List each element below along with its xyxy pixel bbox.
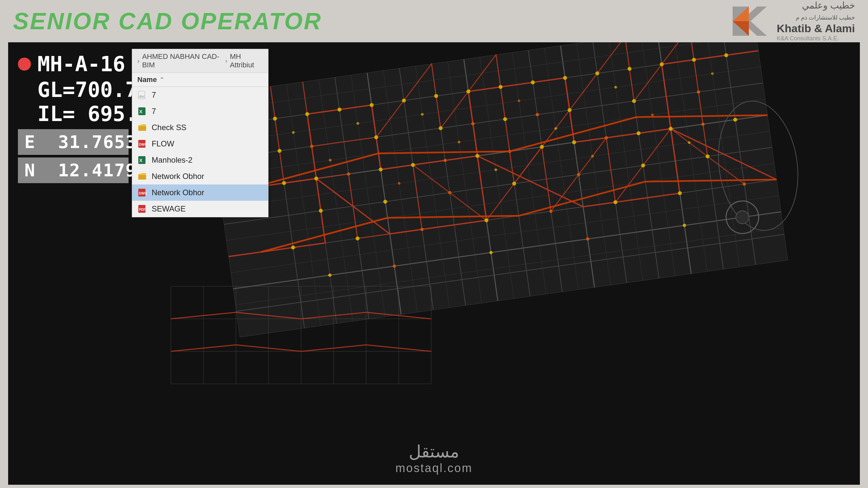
file-name: SEWAGE [152, 204, 186, 214]
svg-text:DWG: DWG [139, 192, 147, 195]
svg-rect-140 [138, 126, 146, 131]
watermark-arabic: مستقل [409, 442, 459, 461]
logo-subtitle: K&A Consultants S.A.E. [777, 35, 855, 42]
sort-chevron-icon: ⌃ [159, 76, 164, 83]
file-icon [137, 123, 147, 132]
file-item[interactable]: XManholes-2 [132, 152, 268, 168]
file-list: doc7X7Check SSDWGFLOWXManholes-2Network … [132, 87, 268, 217]
header: SENIOR CAD OPERATOR خطيب وعلمي خطيب للاس… [0, 0, 868, 42]
panel-sort-row[interactable]: Name ⌃ [132, 73, 268, 87]
manhole-dot [18, 58, 31, 71]
file-name: Network Obhor [152, 188, 204, 197]
file-icon: doc [137, 90, 147, 100]
page-title: SENIOR CAD OPERATOR [13, 8, 322, 34]
file-item[interactable]: Network Obhor [132, 168, 268, 185]
cad-main-area: MH-A-16 GL=700.72 IL= 695.29 E 31.7653 N… [8, 42, 860, 485]
svg-text:doc: doc [139, 94, 145, 98]
file-item[interactable]: doc7 [132, 87, 268, 103]
svg-rect-145 [138, 175, 146, 180]
file-name: Check SS [152, 123, 186, 132]
svg-text:X: X [139, 158, 143, 163]
file-item[interactable]: X7 [132, 103, 268, 120]
breadcrumb-part1[interactable]: AHMED NABHAN CAD-BIM [142, 53, 223, 69]
file-icon: PDF [137, 204, 147, 214]
file-name: Network Obhor [152, 172, 204, 181]
watermark-latin: mostaql.com [396, 461, 472, 475]
file-name: 7 [152, 91, 156, 100]
manhole-n-box: N 12.4179 [18, 158, 129, 183]
manhole-n-value: N 12.4179 [24, 160, 137, 181]
file-icon: X [137, 106, 147, 116]
file-item[interactable]: PDFSEWAGE [132, 201, 268, 217]
svg-text:DWG: DWG [139, 143, 147, 147]
svg-text:PDF: PDF [139, 208, 146, 212]
watermark: مستقل mostaql.com [396, 442, 472, 475]
file-name: FLOW [152, 139, 174, 148]
manhole-id: MH-A-16 [37, 52, 125, 76]
file-icon [137, 171, 147, 181]
file-item[interactable]: DWGNetwork Obhor [132, 185, 268, 201]
breadcrumb-chevron-icon: › [137, 57, 140, 65]
manhole-e-box: E 31.7653 [18, 129, 129, 155]
logo-text: خطيب وعلمي خطيب للاستشارات ذم م Khatib &… [777, 0, 855, 42]
file-explorer-panel: › AHMED NABHAN CAD-BIM › MH Attribiut Na… [132, 49, 269, 217]
sort-name-label[interactable]: Name [137, 75, 157, 84]
file-item[interactable]: DWGFLOW [132, 136, 268, 152]
svg-text:X: X [139, 109, 143, 114]
file-icon: DWG [137, 188, 147, 197]
logo-area: خطيب وعلمي خطيب للاستشارات ذم م Khatib &… [731, 0, 855, 42]
file-name: Manholes-2 [152, 156, 192, 165]
file-name: 7 [152, 107, 156, 116]
logo-english-name: Khatib & Alami [777, 22, 855, 35]
breadcrumb-separator: › [225, 58, 227, 64]
file-icon: X [137, 155, 147, 165]
manhole-e-value: E 31.7653 [24, 132, 137, 152]
logo-arabic: خطيب وعلمي خطيب للاستشارات ذم م [777, 0, 855, 22]
file-icon: DWG [137, 139, 147, 149]
panel-breadcrumb: › AHMED NABHAN CAD-BIM › MH Attribiut [132, 49, 268, 73]
breadcrumb-part2[interactable]: MH Attribiut [230, 53, 263, 69]
logo-icon [731, 5, 770, 37]
file-item[interactable]: Check SS [132, 120, 268, 136]
